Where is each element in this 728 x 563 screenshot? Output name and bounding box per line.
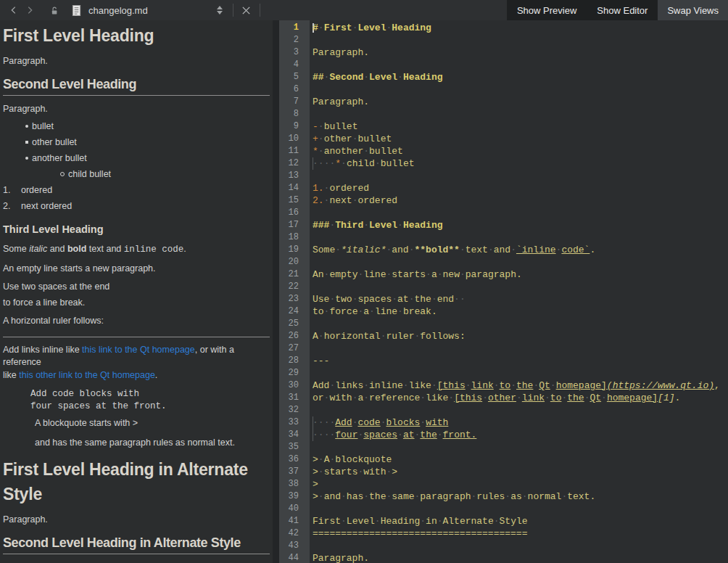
code-token: to (313, 306, 324, 317)
code-token: text. (567, 491, 595, 502)
code-line[interactable]: ====================================== (313, 527, 728, 540)
line-number: 16 (279, 207, 310, 219)
size-stepper-icon[interactable] (212, 1, 228, 19)
forward-icon[interactable] (22, 1, 38, 19)
code-line[interactable] (313, 256, 728, 268)
code-line[interactable] (313, 540, 728, 552)
code-line[interactable]: -·bullet (313, 120, 728, 133)
text-span: italic (29, 244, 47, 254)
qt-homepage-link[interactable]: this other link to the Qt homepage (19, 370, 155, 380)
code-line[interactable]: Add·links·inline·like·[this·link·to·the·… (313, 379, 728, 392)
code-line[interactable]: ###·Third·Level·Heading (313, 219, 728, 231)
code-token: + (313, 133, 318, 144)
code-token: A (313, 331, 318, 342)
whitespace-dot: · (318, 491, 324, 502)
code-line[interactable]: Use·two·spaces·at·the·end·· (313, 293, 728, 305)
text-span: and (47, 244, 67, 254)
line-number: 18 (279, 231, 310, 244)
code-token: the (414, 294, 431, 305)
code-token: Level (357, 22, 386, 33)
whitespace-dot: · (375, 516, 381, 527)
code-line[interactable] (313, 367, 728, 379)
code-token: a (363, 306, 369, 317)
code-token: > (313, 491, 318, 502)
code-line[interactable]: > (313, 478, 728, 490)
code-token: Paragraph. (313, 553, 369, 563)
code-line[interactable] (313, 318, 728, 330)
markdown-editor-window: changelog.md Show Preview Show Editor Sw… (0, 0, 728, 563)
code-token: end (437, 294, 454, 305)
code-line[interactable] (313, 503, 728, 515)
qt-homepage-link[interactable]: this link to the Qt homepage (82, 345, 195, 355)
code-line[interactable] (313, 170, 728, 182)
close-icon[interactable] (239, 1, 255, 19)
code-line[interactable]: *·another·bullet (313, 145, 728, 157)
show-editor-button[interactable]: Show Editor (587, 0, 658, 20)
code-line[interactable]: to·force·a·line·break. (313, 305, 728, 318)
whitespace-dot: · (516, 393, 522, 403)
code-line[interactable]: ##·Second·Level·Heading (313, 71, 728, 83)
code-text-area[interactable]: #·First·Level·HeadingParagraph.##·Second… (310, 20, 728, 563)
code-line[interactable] (313, 281, 728, 293)
code-line[interactable]: ····Add·code·blocks·with (313, 416, 728, 429)
code-token: # (313, 22, 318, 33)
code-line[interactable]: A·horizontal·ruler·follows: (313, 330, 728, 342)
ordered-item: 2.next ordered (3, 201, 270, 211)
show-preview-button[interactable]: Show Preview (507, 0, 587, 20)
code-line[interactable]: Paragraph. (313, 46, 728, 59)
line-number: 24 (279, 305, 310, 318)
code-line[interactable] (313, 441, 728, 453)
line-number: 22 (279, 281, 310, 293)
code-line[interactable]: --- (313, 355, 728, 367)
whitespace-dot: · (437, 430, 443, 440)
line-number: 28 (279, 355, 310, 367)
text-span: Some (3, 244, 29, 254)
back-icon[interactable] (6, 1, 22, 19)
code-line[interactable]: Paragraph. (313, 552, 728, 563)
code-token: [this (454, 393, 482, 403)
code-line[interactable]: +·other·bullet (313, 133, 728, 145)
code-line[interactable]: Some·*italic*·and·**bold**·text·and·`inl… (313, 244, 728, 256)
code-line[interactable] (313, 108, 728, 120)
code-line[interactable]: 2.·next·ordered (313, 194, 728, 207)
code-line[interactable]: >·A·blockquote (313, 453, 728, 466)
ordered-item: 1.ordered (3, 185, 270, 195)
code-line[interactable]: Paragraph. (313, 96, 728, 108)
code-line[interactable]: ····*·child·bullet (313, 157, 728, 170)
code-line[interactable]: >·and·has·the·same·paragraph·rules·as·no… (313, 490, 728, 503)
preview-scrollbar[interactable] (273, 20, 279, 563)
code-line[interactable]: An·empty·line·starts·a·new·paragraph. (313, 268, 728, 281)
code-token: . (590, 244, 595, 255)
code-line[interactable] (313, 207, 728, 219)
code-token: the (420, 430, 437, 440)
code-token: the (567, 393, 584, 403)
whitespace-dot: · (466, 380, 471, 391)
line-number: 12 (279, 157, 310, 170)
whitespace-dot: · (550, 380, 556, 391)
whitespace-dot: · (448, 393, 454, 403)
markdown-preview-pane[interactable]: First Level HeadingParagraph.Second Leve… (0, 20, 273, 563)
code-line[interactable]: First·Level·Heading·in·Alternate·Style (313, 515, 728, 527)
code-token: Use (313, 294, 329, 305)
code-line[interactable]: ····four·spaces·at·the·front. (313, 429, 728, 441)
code-line[interactable]: 1.·ordered (313, 182, 728, 194)
code-token: ordered (357, 195, 397, 206)
code-line[interactable]: #·First·Level·Heading (313, 22, 728, 34)
unlock-icon[interactable] (46, 1, 62, 19)
whitespace-dot: · (392, 294, 397, 305)
code-token: Paragraph. (313, 47, 369, 58)
code-line[interactable] (313, 83, 728, 96)
code-token: * (313, 146, 318, 157)
code-token: Second (329, 72, 363, 83)
code-line[interactable] (313, 59, 728, 71)
code-line[interactable]: or·with·a·reference·like·[this·other·lin… (313, 392, 728, 404)
code-line[interactable] (313, 342, 728, 355)
code-line[interactable] (313, 34, 728, 46)
code-line[interactable]: >·starts·with·> (313, 466, 728, 478)
code-line[interactable] (313, 404, 728, 416)
swap-views-button[interactable]: Swap Views (658, 0, 728, 20)
whitespace-dot: · (420, 417, 426, 428)
line-number: 9 (279, 120, 310, 133)
preview-paragraph: to force a line break. (3, 297, 270, 308)
code-line[interactable] (313, 231, 728, 244)
